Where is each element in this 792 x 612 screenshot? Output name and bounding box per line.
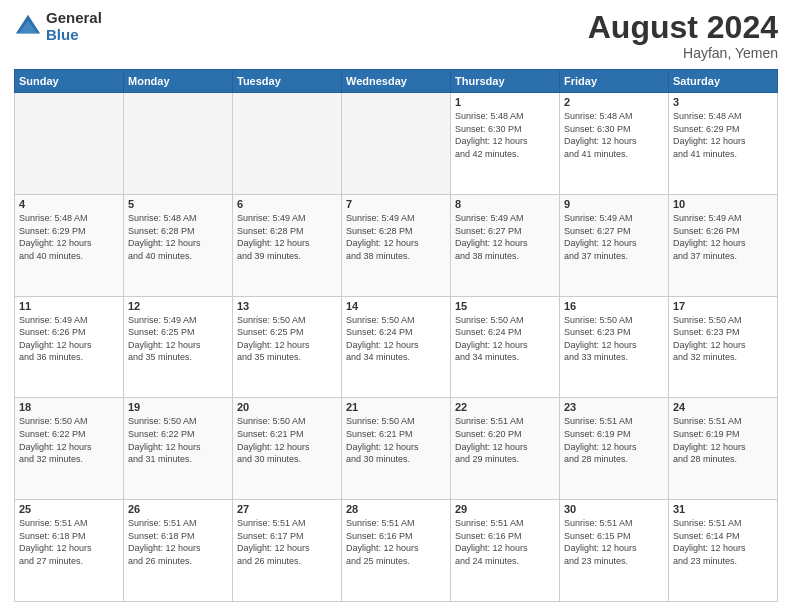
calendar-week-row: 1Sunrise: 5:48 AM Sunset: 6:30 PM Daylig…	[15, 93, 778, 195]
calendar-cell: 3Sunrise: 5:48 AM Sunset: 6:29 PM Daylig…	[669, 93, 778, 195]
day-info: Sunrise: 5:51 AM Sunset: 6:14 PM Dayligh…	[673, 517, 773, 567]
day-info: Sunrise: 5:48 AM Sunset: 6:29 PM Dayligh…	[19, 212, 119, 262]
day-info: Sunrise: 5:50 AM Sunset: 6:21 PM Dayligh…	[237, 415, 337, 465]
calendar-cell: 20Sunrise: 5:50 AM Sunset: 6:21 PM Dayli…	[233, 398, 342, 500]
calendar-cell: 24Sunrise: 5:51 AM Sunset: 6:19 PM Dayli…	[669, 398, 778, 500]
day-number: 23	[564, 401, 664, 413]
day-number: 22	[455, 401, 555, 413]
calendar-week-row: 25Sunrise: 5:51 AM Sunset: 6:18 PM Dayli…	[15, 500, 778, 602]
day-number: 29	[455, 503, 555, 515]
day-number: 17	[673, 300, 773, 312]
calendar-cell: 23Sunrise: 5:51 AM Sunset: 6:19 PM Dayli…	[560, 398, 669, 500]
logo-icon	[14, 13, 42, 41]
calendar-table: SundayMondayTuesdayWednesdayThursdayFrid…	[14, 69, 778, 602]
day-number: 20	[237, 401, 337, 413]
calendar-cell: 9Sunrise: 5:49 AM Sunset: 6:27 PM Daylig…	[560, 194, 669, 296]
day-number: 3	[673, 96, 773, 108]
title-area: August 2024 Hayfan, Yemen	[588, 10, 778, 61]
day-info: Sunrise: 5:50 AM Sunset: 6:23 PM Dayligh…	[564, 314, 664, 364]
calendar-cell: 8Sunrise: 5:49 AM Sunset: 6:27 PM Daylig…	[451, 194, 560, 296]
day-number: 15	[455, 300, 555, 312]
calendar-cell	[233, 93, 342, 195]
day-number: 11	[19, 300, 119, 312]
logo: General Blue	[14, 10, 102, 43]
calendar-cell: 13Sunrise: 5:50 AM Sunset: 6:25 PM Dayli…	[233, 296, 342, 398]
calendar-day-header: Monday	[124, 70, 233, 93]
day-info: Sunrise: 5:49 AM Sunset: 6:28 PM Dayligh…	[346, 212, 446, 262]
day-info: Sunrise: 5:50 AM Sunset: 6:23 PM Dayligh…	[673, 314, 773, 364]
page: General Blue August 2024 Hayfan, Yemen S…	[0, 0, 792, 612]
day-info: Sunrise: 5:51 AM Sunset: 6:20 PM Dayligh…	[455, 415, 555, 465]
calendar-cell: 7Sunrise: 5:49 AM Sunset: 6:28 PM Daylig…	[342, 194, 451, 296]
calendar-day-header: Friday	[560, 70, 669, 93]
day-info: Sunrise: 5:48 AM Sunset: 6:29 PM Dayligh…	[673, 110, 773, 160]
header: General Blue August 2024 Hayfan, Yemen	[14, 10, 778, 61]
calendar-week-row: 18Sunrise: 5:50 AM Sunset: 6:22 PM Dayli…	[15, 398, 778, 500]
day-info: Sunrise: 5:48 AM Sunset: 6:30 PM Dayligh…	[564, 110, 664, 160]
calendar-day-header: Sunday	[15, 70, 124, 93]
day-number: 21	[346, 401, 446, 413]
calendar-week-row: 4Sunrise: 5:48 AM Sunset: 6:29 PM Daylig…	[15, 194, 778, 296]
day-number: 25	[19, 503, 119, 515]
day-info: Sunrise: 5:49 AM Sunset: 6:28 PM Dayligh…	[237, 212, 337, 262]
day-info: Sunrise: 5:51 AM Sunset: 6:16 PM Dayligh…	[346, 517, 446, 567]
calendar-day-header: Thursday	[451, 70, 560, 93]
calendar-cell: 11Sunrise: 5:49 AM Sunset: 6:26 PM Dayli…	[15, 296, 124, 398]
day-number: 8	[455, 198, 555, 210]
calendar-cell: 6Sunrise: 5:49 AM Sunset: 6:28 PM Daylig…	[233, 194, 342, 296]
main-title: August 2024	[588, 10, 778, 45]
calendar-day-header: Wednesday	[342, 70, 451, 93]
day-info: Sunrise: 5:51 AM Sunset: 6:18 PM Dayligh…	[128, 517, 228, 567]
calendar-day-header: Saturday	[669, 70, 778, 93]
day-info: Sunrise: 5:51 AM Sunset: 6:18 PM Dayligh…	[19, 517, 119, 567]
day-info: Sunrise: 5:50 AM Sunset: 6:24 PM Dayligh…	[455, 314, 555, 364]
day-number: 14	[346, 300, 446, 312]
day-info: Sunrise: 5:49 AM Sunset: 6:27 PM Dayligh…	[564, 212, 664, 262]
day-info: Sunrise: 5:51 AM Sunset: 6:15 PM Dayligh…	[564, 517, 664, 567]
day-number: 31	[673, 503, 773, 515]
calendar-cell: 22Sunrise: 5:51 AM Sunset: 6:20 PM Dayli…	[451, 398, 560, 500]
subtitle: Hayfan, Yemen	[588, 45, 778, 61]
calendar-cell: 17Sunrise: 5:50 AM Sunset: 6:23 PM Dayli…	[669, 296, 778, 398]
calendar-cell: 10Sunrise: 5:49 AM Sunset: 6:26 PM Dayli…	[669, 194, 778, 296]
calendar-cell: 15Sunrise: 5:50 AM Sunset: 6:24 PM Dayli…	[451, 296, 560, 398]
logo-blue-text: Blue	[46, 27, 102, 44]
calendar-cell: 18Sunrise: 5:50 AM Sunset: 6:22 PM Dayli…	[15, 398, 124, 500]
day-number: 26	[128, 503, 228, 515]
day-number: 1	[455, 96, 555, 108]
day-info: Sunrise: 5:51 AM Sunset: 6:19 PM Dayligh…	[673, 415, 773, 465]
day-info: Sunrise: 5:50 AM Sunset: 6:21 PM Dayligh…	[346, 415, 446, 465]
calendar-cell: 29Sunrise: 5:51 AM Sunset: 6:16 PM Dayli…	[451, 500, 560, 602]
day-info: Sunrise: 5:49 AM Sunset: 6:27 PM Dayligh…	[455, 212, 555, 262]
calendar-cell: 21Sunrise: 5:50 AM Sunset: 6:21 PM Dayli…	[342, 398, 451, 500]
calendar-cell: 30Sunrise: 5:51 AM Sunset: 6:15 PM Dayli…	[560, 500, 669, 602]
day-info: Sunrise: 5:51 AM Sunset: 6:19 PM Dayligh…	[564, 415, 664, 465]
calendar-cell: 28Sunrise: 5:51 AM Sunset: 6:16 PM Dayli…	[342, 500, 451, 602]
day-info: Sunrise: 5:48 AM Sunset: 6:28 PM Dayligh…	[128, 212, 228, 262]
day-number: 18	[19, 401, 119, 413]
day-number: 28	[346, 503, 446, 515]
calendar-cell: 27Sunrise: 5:51 AM Sunset: 6:17 PM Dayli…	[233, 500, 342, 602]
day-info: Sunrise: 5:50 AM Sunset: 6:25 PM Dayligh…	[237, 314, 337, 364]
calendar-cell: 31Sunrise: 5:51 AM Sunset: 6:14 PM Dayli…	[669, 500, 778, 602]
day-info: Sunrise: 5:49 AM Sunset: 6:26 PM Dayligh…	[19, 314, 119, 364]
calendar-cell: 26Sunrise: 5:51 AM Sunset: 6:18 PM Dayli…	[124, 500, 233, 602]
calendar-cell: 12Sunrise: 5:49 AM Sunset: 6:25 PM Dayli…	[124, 296, 233, 398]
day-number: 6	[237, 198, 337, 210]
calendar-cell: 4Sunrise: 5:48 AM Sunset: 6:29 PM Daylig…	[15, 194, 124, 296]
day-number: 16	[564, 300, 664, 312]
logo-text: General Blue	[46, 10, 102, 43]
calendar-cell: 14Sunrise: 5:50 AM Sunset: 6:24 PM Dayli…	[342, 296, 451, 398]
calendar-header-row: SundayMondayTuesdayWednesdayThursdayFrid…	[15, 70, 778, 93]
day-number: 30	[564, 503, 664, 515]
day-number: 24	[673, 401, 773, 413]
calendar-cell: 16Sunrise: 5:50 AM Sunset: 6:23 PM Dayli…	[560, 296, 669, 398]
calendar-cell: 25Sunrise: 5:51 AM Sunset: 6:18 PM Dayli…	[15, 500, 124, 602]
day-info: Sunrise: 5:50 AM Sunset: 6:24 PM Dayligh…	[346, 314, 446, 364]
day-number: 9	[564, 198, 664, 210]
day-info: Sunrise: 5:50 AM Sunset: 6:22 PM Dayligh…	[19, 415, 119, 465]
day-number: 5	[128, 198, 228, 210]
logo-general-text: General	[46, 10, 102, 27]
calendar-cell	[124, 93, 233, 195]
calendar-day-header: Tuesday	[233, 70, 342, 93]
